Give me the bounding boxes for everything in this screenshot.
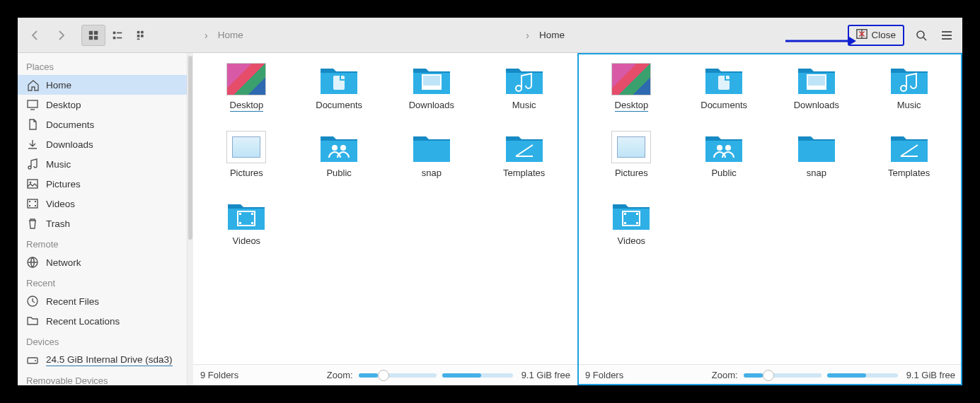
grid-item-label: Desktop	[615, 100, 649, 112]
sidebar-item-label: Desktop	[46, 100, 81, 110]
icon-grid[interactable]: DesktopDocumentsDownloadsMusicPicturesPu…	[193, 53, 577, 364]
sidebar-scrollbar[interactable]	[188, 53, 193, 385]
sidebar-item-pictures[interactable]: Pictures	[18, 174, 187, 194]
view-pane-1[interactable]: DesktopDocumentsDownloadsMusicPicturesPu…	[193, 53, 577, 385]
folder-icon	[704, 131, 744, 163]
status-bar: 9 FoldersZoom:9.1 GiB free	[193, 364, 577, 385]
svg-rect-46	[718, 76, 730, 90]
grid-item-label: Videos	[233, 235, 261, 246]
sidebar-item-24-5-gib-internal-drive-sda3-[interactable]: 24.5 GiB Internal Drive (sda3)	[18, 350, 187, 370]
zoom-slider-2[interactable]	[442, 373, 513, 378]
grid-item-label: snap	[422, 168, 442, 178]
svg-point-39	[332, 145, 338, 151]
grid-item-snap[interactable]: snap	[771, 131, 863, 199]
back-button[interactable]	[25, 25, 46, 46]
close-split-label: Close	[872, 30, 897, 40]
grid-item-snap[interactable]: snap	[386, 131, 478, 199]
zoom-slider[interactable]	[744, 373, 822, 378]
grid-item-label: Documents	[701, 100, 747, 110]
grid-item-music[interactable]: Music	[863, 63, 955, 131]
zoom-slider-2[interactable]	[827, 373, 898, 378]
grid-item-label: Public	[711, 168, 736, 178]
grid-item-public[interactable]: Public	[293, 131, 386, 199]
grid-item-music[interactable]: Music	[478, 63, 570, 131]
sidebar-item-label: Videos	[46, 199, 75, 209]
svg-rect-36	[333, 76, 345, 90]
search-button[interactable]	[913, 27, 930, 44]
sidebar-item-documents[interactable]: Documents	[18, 115, 187, 134]
trash-icon	[26, 217, 39, 230]
sidebar-item-label: Home	[46, 80, 71, 90]
pictures-thumbnail-icon	[226, 131, 266, 163]
menu-button[interactable]	[938, 27, 955, 44]
sidebar-item-trash[interactable]: Trash	[18, 214, 187, 233]
pictures-icon	[26, 177, 39, 190]
breadcrumb-left-label: Home	[218, 30, 243, 40]
folder-icon	[319, 131, 359, 163]
sidebar-item-recent-files[interactable]: Recent Files	[18, 291, 187, 311]
icon-grid[interactable]: DesktopDocumentsDownloadsMusicPicturesPu…	[578, 53, 962, 364]
folder-icon	[505, 63, 544, 95]
folder-icon	[704, 63, 744, 95]
svg-point-50	[725, 145, 731, 151]
status-bar: 9 FoldersZoom:9.1 GiB free	[578, 364, 962, 385]
grid-item-label: Documents	[316, 100, 362, 110]
downloads-icon	[26, 138, 39, 151]
section-recent: Recent	[18, 272, 187, 291]
view-pane-2[interactable]: DesktopDocumentsDownloadsMusicPicturesPu…	[577, 53, 962, 385]
grid-item-label: Downloads	[409, 100, 454, 110]
body: Places HomeDesktopDocumentsDownloadsMusi…	[18, 53, 962, 385]
section-remote: Remote	[18, 233, 187, 252]
sidebar-item-downloads[interactable]: Downloads	[18, 134, 187, 154]
sidebar-item-recent-locations[interactable]: Recent Locations	[18, 311, 187, 331]
view-details-button[interactable]	[129, 25, 154, 46]
sidebar-item-label: Pictures	[46, 179, 81, 189]
grid-item-videos[interactable]: Videos	[585, 199, 678, 267]
grid-item-pictures[interactable]: Pictures	[200, 131, 293, 199]
section-places: Places	[18, 56, 187, 75]
breadcrumb-right[interactable]: Home	[534, 30, 570, 40]
free-space: 9.1 GiB free	[521, 370, 570, 380]
grid-item-downloads[interactable]: Downloads	[386, 63, 478, 131]
pictures-thumbnail-icon	[611, 131, 651, 163]
section-devices: Devices	[18, 331, 187, 350]
grid-item-documents[interactable]: Documents	[678, 63, 771, 131]
chevron-right-icon: ›	[526, 30, 529, 41]
sidebar-item-music[interactable]: Music	[18, 154, 187, 174]
desktop-thumbnail-icon	[226, 63, 266, 95]
zoom-slider[interactable]	[359, 373, 437, 378]
chevron-right-icon: ›	[204, 30, 208, 41]
grid-item-pictures[interactable]: Pictures	[585, 131, 678, 199]
folder-icon	[797, 131, 836, 163]
svg-rect-48	[808, 76, 825, 86]
grid-item-downloads[interactable]: Downloads	[771, 63, 863, 131]
view-icons-button[interactable]	[81, 25, 105, 46]
view-compact-button[interactable]	[105, 25, 129, 46]
zoom-label: Zoom:	[712, 370, 738, 380]
sidebar-item-home[interactable]: Home	[18, 75, 187, 95]
sidebar-item-videos[interactable]: Videos	[18, 194, 187, 214]
forward-button[interactable]	[50, 25, 71, 46]
grid-item-desktop[interactable]: Desktop	[200, 63, 293, 131]
grid-item-label: Music	[897, 100, 921, 110]
grid-item-desktop[interactable]: Desktop	[585, 63, 678, 131]
videos-icon	[26, 197, 39, 210]
svg-rect-53	[624, 222, 626, 224]
sidebar-item-label: Recent Files	[46, 296, 99, 307]
grid-item-templates[interactable]: Templates	[863, 131, 955, 199]
grid-item-videos[interactable]: Videos	[200, 199, 293, 267]
sidebar-item-desktop[interactable]: Desktop	[18, 95, 187, 115]
breadcrumb-left[interactable]: Home	[212, 30, 249, 40]
drive-icon	[26, 354, 39, 366]
grid-item-label: Public	[326, 168, 351, 178]
grid-item-public[interactable]: Public	[678, 131, 771, 199]
sidebar-item-label: Network	[46, 257, 81, 268]
svg-rect-52	[624, 213, 626, 215]
sidebar-item-network[interactable]: Network	[18, 252, 187, 272]
grid-item-templates[interactable]: Templates	[478, 131, 570, 199]
svg-rect-38	[423, 76, 440, 86]
toolbar: › Home › Home Close	[18, 18, 962, 53]
grid-item-documents[interactable]: Documents	[293, 63, 386, 131]
zoom-label: Zoom:	[327, 370, 353, 380]
places-panel: Places HomeDesktopDocumentsDownloadsMusi…	[18, 53, 188, 385]
